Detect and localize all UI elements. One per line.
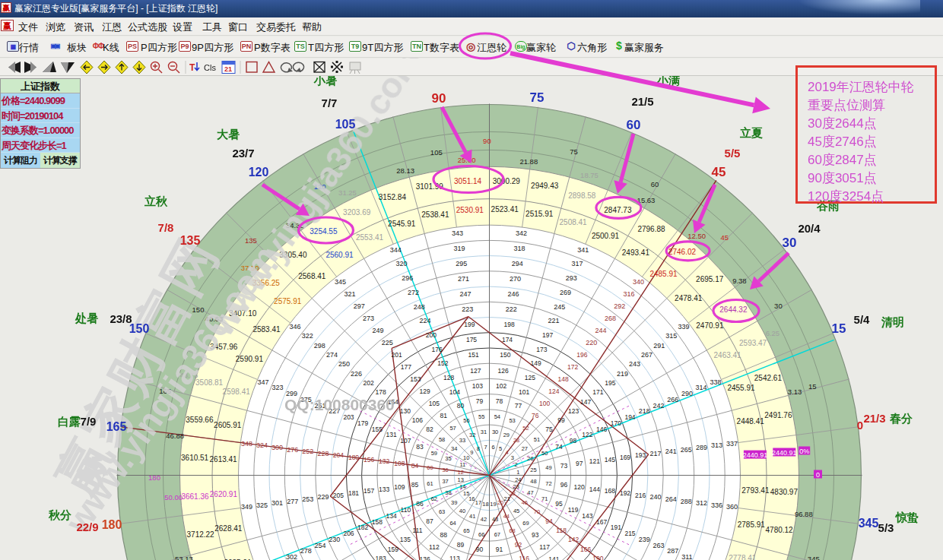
svg-text:68: 68 (509, 527, 515, 534)
svg-text:126: 126 (498, 367, 509, 375)
svg-text:44: 44 (503, 513, 510, 520)
svg-text:3661.36: 3661.36 (181, 492, 209, 501)
svg-text:52: 52 (522, 425, 529, 432)
svg-text:49: 49 (545, 464, 551, 471)
svg-text:96: 96 (560, 481, 568, 489)
svg-text:117: 117 (539, 543, 550, 551)
svg-text:110: 110 (401, 506, 411, 514)
svg-text:2898.58: 2898.58 (568, 191, 596, 200)
svg-text:217: 217 (650, 450, 662, 457)
svg-text:144: 144 (589, 486, 600, 493)
svg-text:296: 296 (402, 274, 413, 282)
svg-text:168: 168 (605, 487, 615, 495)
svg-text:325: 325 (256, 501, 268, 509)
svg-text:278: 278 (300, 547, 312, 555)
svg-text:2695.17: 2695.17 (696, 275, 724, 283)
svg-text:101: 101 (519, 388, 529, 396)
svg-text:134: 134 (386, 512, 397, 520)
svg-text:3101.99: 3101.99 (416, 182, 444, 191)
svg-text:109: 109 (394, 483, 405, 491)
svg-text:48: 48 (530, 478, 536, 485)
svg-text:244: 244 (595, 327, 607, 334)
svg-text:205: 205 (333, 492, 344, 499)
svg-text:4: 4 (506, 449, 509, 456)
svg-text:7/7: 7/7 (322, 96, 338, 109)
svg-text:324: 324 (256, 441, 268, 449)
svg-text:198: 198 (504, 321, 515, 328)
svg-text:294: 294 (512, 260, 523, 267)
svg-text:43: 43 (492, 516, 498, 523)
svg-text:150: 150 (500, 351, 510, 359)
svg-text:157: 157 (364, 487, 374, 495)
svg-text:53: 53 (509, 417, 515, 424)
svg-text:313: 313 (711, 441, 722, 449)
svg-text:145: 145 (605, 456, 615, 464)
svg-text:216: 216 (635, 492, 646, 499)
svg-text:94: 94 (545, 517, 553, 525)
svg-text:13: 13 (458, 476, 464, 483)
svg-text:40: 40 (459, 508, 465, 514)
svg-text:2: 2 (515, 461, 518, 468)
svg-text:300: 300 (271, 444, 283, 451)
svg-text:2560.91: 2560.91 (325, 251, 354, 259)
svg-text:9.38: 9.38 (732, 277, 747, 285)
svg-text:124: 124 (548, 388, 559, 395)
svg-text:194: 194 (624, 413, 635, 421)
svg-text:135: 135 (400, 536, 411, 543)
svg-text:75: 75 (570, 147, 578, 156)
svg-text:291: 291 (653, 342, 665, 350)
svg-text:167: 167 (596, 518, 607, 526)
svg-text:218: 218 (639, 407, 650, 415)
svg-text:320: 320 (396, 260, 408, 267)
svg-text:89: 89 (457, 541, 465, 549)
svg-text:293: 293 (566, 274, 577, 282)
svg-text:267: 267 (641, 351, 652, 359)
svg-text:131: 131 (386, 431, 397, 438)
svg-text:266: 266 (667, 396, 678, 403)
svg-text:45: 45 (721, 233, 729, 242)
svg-text:148: 148 (558, 375, 569, 383)
svg-text:132: 132 (379, 457, 389, 465)
svg-text:146: 146 (596, 426, 607, 433)
svg-text:360: 360 (726, 503, 738, 511)
svg-text:58: 58 (439, 436, 445, 443)
svg-text:273: 273 (363, 315, 374, 322)
svg-text:42: 42 (481, 516, 487, 523)
svg-text:秋分: 秋分 (48, 508, 71, 521)
svg-text:344: 344 (390, 246, 402, 254)
svg-text:287: 287 (667, 547, 678, 555)
svg-text:219: 219 (617, 370, 628, 378)
svg-text:130: 130 (400, 407, 411, 415)
svg-text:46: 46 (522, 499, 528, 506)
svg-text:245: 245 (554, 303, 565, 311)
svg-text:345: 345 (335, 278, 346, 286)
svg-text:2523.41: 2523.41 (491, 205, 519, 214)
svg-text:3610.51: 3610.51 (181, 454, 209, 462)
svg-text:322: 322 (302, 332, 313, 340)
svg-text:30: 30 (774, 302, 783, 310)
svg-text:2463.41: 2463.41 (714, 351, 742, 359)
svg-text:224: 224 (420, 317, 431, 324)
svg-text:6.25: 6.25 (766, 329, 780, 337)
svg-text:57: 57 (449, 425, 456, 432)
svg-text:35: 35 (445, 455, 451, 462)
svg-text:151: 151 (468, 351, 479, 359)
svg-text:221: 221 (548, 317, 559, 324)
svg-text:2448.41: 2448.41 (737, 417, 765, 426)
svg-text:165: 165 (106, 420, 127, 433)
svg-text:80: 80 (457, 402, 465, 410)
svg-text:104: 104 (449, 388, 460, 396)
svg-text:276: 276 (287, 446, 298, 454)
svg-text:2778.41: 2778.41 (729, 554, 757, 560)
svg-text:4780.12: 4780.12 (766, 526, 794, 534)
svg-text:93: 93 (532, 531, 539, 539)
svg-text:225: 225 (382, 339, 393, 346)
svg-text:4830.97: 4830.97 (770, 488, 799, 496)
svg-text:201: 201 (392, 351, 402, 359)
svg-text:2485.91: 2485.91 (649, 270, 678, 278)
svg-text:176: 176 (432, 346, 443, 353)
svg-text:45: 45 (712, 165, 726, 179)
svg-text:2542.61: 2542.61 (754, 374, 783, 382)
svg-text:122: 122 (582, 431, 592, 438)
svg-text:3712.22: 3712.22 (187, 530, 215, 539)
